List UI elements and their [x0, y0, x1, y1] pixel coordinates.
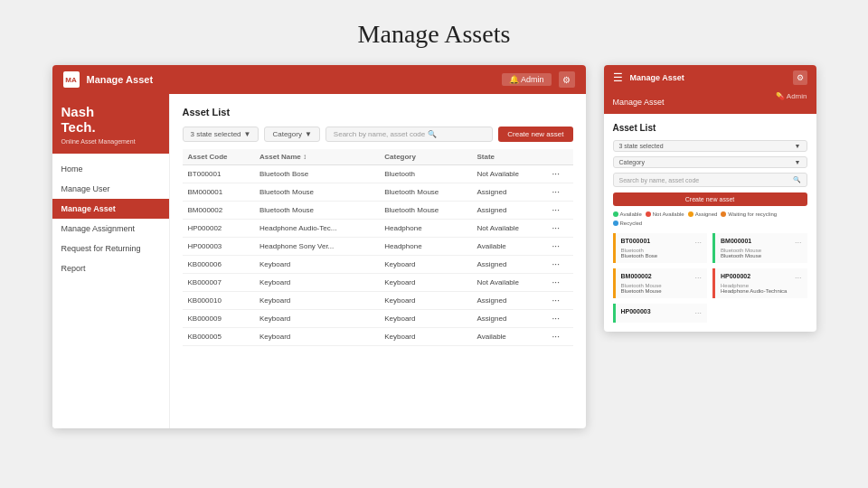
mobile-search[interactable]: Search by name, asset code 🔍	[613, 173, 807, 187]
mobile-legend: Available Not Available Assigned Waiting…	[613, 211, 807, 226]
legend-orange-dot	[721, 211, 726, 217]
mobile-state-filter[interactable]: 3 state selected ▼	[613, 140, 807, 152]
cell-category: Keyboard	[379, 328, 471, 346]
cell-actions: ···	[547, 292, 573, 310]
mobile-filter-row: 3 state selected ▼	[613, 140, 807, 152]
table-row: HP000002 Headphone Audio-Tec... Headphon…	[183, 220, 573, 238]
sidebar-item-report[interactable]: Report	[52, 258, 169, 278]
card-dots-icon[interactable]: ···	[694, 273, 702, 282]
cell-category: Keyboard	[379, 274, 471, 292]
cell-code: KB000007	[183, 274, 255, 292]
brand-sub: Online Asset Management	[61, 138, 160, 145]
create-asset-button[interactable]: Create new asset	[498, 127, 572, 142]
cell-name: Keyboard	[254, 274, 379, 292]
cell-actions: ···	[547, 238, 573, 256]
cell-state: Not Available	[471, 165, 546, 183]
mobile-gear-icon[interactable]: ⚙	[793, 70, 807, 85]
card-name: Bluetooth Bose	[621, 253, 703, 258]
card-name: Headphone Audio-Technica	[721, 288, 802, 294]
card-code: HP000003	[621, 308, 651, 314]
cell-actions: ···	[547, 202, 573, 220]
mobile-subtitle: Manage Asset	[613, 98, 665, 107]
mobile-card[interactable]: BT000001 ··· Bluetooth Bluetooth Bose	[613, 233, 708, 263]
desktop-sidebar: NashTech. Online Asset Management Home M…	[52, 94, 170, 428]
cell-state: Available	[471, 328, 546, 346]
legend-blue-dot	[613, 221, 618, 226]
table-row: KB000010 Keyboard Keyboard Assigned ···	[183, 292, 573, 310]
table-row: KB000006 Keyboard Keyboard Assigned ···	[183, 256, 573, 274]
sidebar-item-manage-user[interactable]: Manage User	[52, 179, 169, 199]
mobile-card[interactable]: BM000001 ··· Bluetooth Mouse Bluetooth M…	[712, 233, 807, 263]
card-code: HP000002	[721, 273, 750, 279]
cell-category: Bluetooth Mouse	[379, 183, 471, 202]
cell-name: Keyboard	[254, 256, 379, 274]
category-chevron-icon: ▼	[305, 130, 312, 138]
cell-category: Keyboard	[379, 310, 471, 328]
card-dots-icon[interactable]: ···	[694, 238, 702, 247]
legend-not-available: Not Available	[646, 211, 684, 217]
cell-state: Assigned	[471, 202, 546, 220]
brand-block: NashTech. Online Asset Management	[52, 94, 169, 154]
sidebar-item-request-returning[interactable]: Request for Returning	[52, 239, 169, 258]
table-row: KB000009 Keyboard Keyboard Assigned ···	[183, 310, 573, 328]
mobile-user: 💊 Admin	[776, 92, 807, 100]
cell-state: Assigned	[471, 256, 546, 274]
gear-icon[interactable]: ⚙	[559, 71, 575, 88]
card-code: BM000002	[621, 273, 652, 279]
cell-actions: ···	[547, 274, 573, 292]
cell-code: HP000002	[183, 220, 255, 238]
card-name: Bluetooth Mouse	[721, 253, 802, 258]
search-input[interactable]: Search by name, asset code 🔍	[326, 127, 493, 142]
asset-table: Asset Code Asset Name ↕ Category State B…	[183, 149, 573, 346]
section-title: Asset List	[183, 107, 573, 117]
cell-category: Bluetooth	[379, 165, 471, 183]
card-name: Bluetooth Mouse	[621, 288, 703, 294]
hamburger-icon[interactable]: ☰	[613, 71, 623, 84]
legend-green-dot	[613, 211, 618, 217]
table-row: KB000005 Keyboard Keyboard Available ···	[183, 328, 573, 346]
col-state: State	[471, 149, 546, 165]
desktop-logo: MA	[63, 71, 80, 88]
table-row: HP000003 Headphone Sony Ver... Headphone…	[183, 238, 573, 256]
card-code: BM000001	[721, 238, 751, 244]
cell-code: KB000009	[183, 310, 255, 328]
mobile-card[interactable]: HP000002 ··· Headphone Headphone Audio-T…	[712, 268, 807, 298]
cell-code: BM000001	[183, 183, 255, 202]
mobile-category-filter[interactable]: Category ▼	[613, 156, 807, 168]
cell-category: Keyboard	[379, 292, 471, 310]
cell-code: BM000002	[183, 202, 255, 220]
mobile-category-chevron-icon: ▼	[795, 159, 801, 165]
cell-code: KB000005	[183, 328, 255, 346]
cell-code: KB000006	[183, 256, 255, 274]
mobile-state-chevron-icon: ▼	[795, 143, 801, 149]
desktop-body: NashTech. Online Asset Management Home M…	[52, 94, 586, 428]
card-dots-icon[interactable]: ···	[795, 238, 802, 247]
cell-name: Headphone Sony Ver...	[254, 238, 379, 256]
cell-name: Bluetooth Mouse	[254, 183, 379, 202]
legend-red-dot	[646, 211, 651, 217]
mobile-create-btn[interactable]: Create new asset	[613, 192, 807, 206]
mobile-card[interactable]: HP000003 ···	[613, 304, 708, 323]
table-row: BM000001 Bluetooth Mouse Bluetooth Mouse…	[183, 183, 573, 202]
category-filter[interactable]: Category ▼	[264, 127, 319, 142]
sidebar-item-manage-assignment[interactable]: Manage Assignment	[52, 219, 169, 239]
cell-actions: ···	[547, 183, 573, 202]
sidebar-item-home[interactable]: Home	[52, 159, 169, 179]
cell-state: Not Available	[471, 274, 546, 292]
cell-name: Keyboard	[254, 292, 379, 310]
cell-name: Keyboard	[254, 328, 379, 346]
mobile-category-filter-row: Category ▼	[613, 156, 807, 168]
col-name[interactable]: Asset Name ↕	[254, 149, 379, 165]
filter-chevron-icon: ▼	[244, 130, 251, 138]
mobile-card[interactable]: BM000002 ··· Bluetooth Mouse Bluetooth M…	[613, 268, 708, 298]
cell-category: Bluetooth Mouse	[379, 202, 471, 220]
sidebar-item-manage-asset[interactable]: Manage Asset	[52, 199, 169, 219]
state-filter[interactable]: 3 state selected ▼	[183, 127, 259, 142]
col-category: Category	[379, 149, 471, 165]
cell-name: Bluetooth Bose	[254, 165, 379, 183]
card-dots-icon[interactable]: ···	[795, 273, 802, 282]
search-icon: 🔍	[428, 130, 437, 138]
desktop-topbar-user[interactable]: 🔔 Admin	[502, 73, 552, 86]
cell-state: Available	[471, 238, 546, 256]
card-dots-icon[interactable]: ···	[694, 308, 702, 317]
